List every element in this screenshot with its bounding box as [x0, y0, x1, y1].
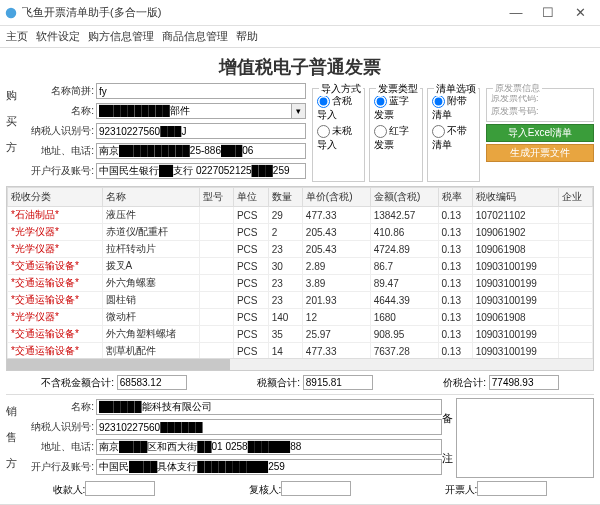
table-cell: 割草机配件: [102, 343, 199, 360]
buyer-addr-input[interactable]: [96, 143, 306, 159]
table-cell: 外六角塑料螺堵: [102, 326, 199, 343]
remark-textarea[interactable]: [456, 398, 594, 478]
table-cell: [558, 326, 592, 343]
table-cell: 205.43: [302, 224, 370, 241]
menu-product[interactable]: 商品信息管理: [162, 29, 228, 44]
col-header[interactable]: 税收分类: [8, 188, 103, 207]
table-cell: 109061902: [472, 224, 558, 241]
table-cell: [558, 224, 592, 241]
table-cell: 205.43: [302, 241, 370, 258]
buyer-name-input[interactable]: [96, 103, 292, 119]
total-tax-label: 税额合计:: [257, 377, 300, 388]
generate-file-button[interactable]: 生成开票文件: [486, 144, 594, 162]
table-cell: 477.33: [302, 207, 370, 224]
list-opt-with[interactable]: 附带清单: [432, 94, 475, 122]
table-cell: [558, 258, 592, 275]
buyer-bank-label: 开户行及账号:: [24, 164, 96, 178]
table-cell: 2.89: [302, 258, 370, 275]
total-notax-value[interactable]: [117, 375, 187, 390]
invoice-type-blue[interactable]: 蓝字发票: [374, 94, 417, 122]
col-header[interactable]: 单价(含税): [302, 188, 370, 207]
seller-addr-input[interactable]: [96, 439, 442, 455]
table-cell: *石油制品*: [8, 207, 103, 224]
table-cell: 107021102: [472, 207, 558, 224]
table-row[interactable]: *交通运输设备*外六角螺塞PCS233.8989.470.13109031001…: [8, 275, 593, 292]
total-gross-value[interactable]: [489, 375, 559, 390]
table-cell: *交通运输设备*: [8, 343, 103, 360]
col-header[interactable]: 型号: [199, 188, 233, 207]
invoice-type-red[interactable]: 红字发票: [374, 124, 417, 152]
issuer-input[interactable]: [477, 481, 547, 496]
seller-addr-label: 地址、电话:: [24, 440, 96, 454]
seller-bank-input[interactable]: [96, 459, 442, 475]
col-header[interactable]: 金额(含税): [370, 188, 438, 207]
table-cell: [199, 241, 233, 258]
table-cell: [199, 275, 233, 292]
table-row[interactable]: *交通运输设备*外六角塑料螺堵PCS3525.97908.950.1310903…: [8, 326, 593, 343]
col-header[interactable]: 名称: [102, 188, 199, 207]
table-row[interactable]: *光学仪器*拉杆转动片PCS23205.434724.890.131090619…: [8, 241, 593, 258]
list-opt-without[interactable]: 不带清单: [432, 124, 475, 152]
buyer-name-dropdown[interactable]: ▾: [292, 103, 306, 119]
seller-taxid-input[interactable]: [96, 419, 442, 435]
table-cell: [199, 292, 233, 309]
table-row[interactable]: *光学仪器*微动杆PCS1401216800.13109061908: [8, 309, 593, 326]
table-cell: *交通运输设备*: [8, 292, 103, 309]
table-cell: 拉杆转动片: [102, 241, 199, 258]
col-header[interactable]: 税收编码: [472, 188, 558, 207]
buyer-taxid-input[interactable]: [96, 123, 306, 139]
menu-home[interactable]: 主页: [6, 29, 28, 44]
maximize-button[interactable]: ☐: [532, 5, 564, 20]
buyer-taxid-label: 纳税人识别号:: [24, 124, 96, 138]
reviewer-input[interactable]: [281, 481, 351, 496]
menu-settings[interactable]: 软件设定: [36, 29, 80, 44]
table-row[interactable]: *交通运输设备*割草机配件PCS14477.337637.280.1310903…: [8, 343, 593, 360]
col-header[interactable]: 企业: [558, 188, 592, 207]
seller-name-input[interactable]: [96, 399, 442, 415]
table-cell: 拨叉A: [102, 258, 199, 275]
table-cell: 4724.89: [370, 241, 438, 258]
menu-help[interactable]: 帮助: [236, 29, 258, 44]
table-row[interactable]: *交通运输设备*圆柱销PCS23201.934644.390.131090310…: [8, 292, 593, 309]
menu-buyer[interactable]: 购方信息管理: [88, 29, 154, 44]
table-cell: [199, 207, 233, 224]
total-tax-value[interactable]: [303, 375, 373, 390]
col-header[interactable]: 税率: [438, 188, 472, 207]
table-cell: 12: [302, 309, 370, 326]
table-row[interactable]: *石油制品*液压件PCS29477.3313842.570.1310702110…: [8, 207, 593, 224]
app-icon: [4, 6, 18, 20]
table-cell: 10903100199: [472, 275, 558, 292]
table-cell: *交通运输设备*: [8, 258, 103, 275]
page-title: 增值税电子普通发票: [6, 52, 594, 82]
table-cell: PCS: [233, 258, 268, 275]
buyer-pinyin-input[interactable]: [96, 83, 306, 99]
horizontal-scrollbar[interactable]: [7, 358, 593, 370]
import-excel-button[interactable]: 导入Excel清单: [486, 124, 594, 142]
buyer-bank-input[interactable]: [96, 163, 306, 179]
import-mode-taxincl[interactable]: 含税导入: [317, 94, 360, 122]
total-gross-label: 价税合计:: [443, 377, 486, 388]
items-table[interactable]: 税收分类名称型号单位数量单价(含税)金额(含税)税率税收编码企业 *石油制品*液…: [7, 187, 593, 371]
buyer-name-label: 名称:: [24, 104, 96, 118]
close-button[interactable]: ✕: [564, 5, 596, 20]
table-cell: 0.13: [438, 326, 472, 343]
table-cell: 109061908: [472, 241, 558, 258]
window-title: 飞鱼开票清单助手(多合一版): [22, 5, 500, 20]
col-header[interactable]: 单位: [233, 188, 268, 207]
menubar: 主页 软件设定 购方信息管理 商品信息管理 帮助: [0, 26, 600, 48]
table-row[interactable]: *交通运输设备*拨叉APCS302.8986.70.1310903100199: [8, 258, 593, 275]
table-cell: 109061908: [472, 309, 558, 326]
table-cell: [558, 275, 592, 292]
table-cell: 2: [268, 224, 302, 241]
table-cell: 23: [268, 241, 302, 258]
minimize-button[interactable]: —: [500, 5, 532, 20]
table-cell: *光学仪器*: [8, 309, 103, 326]
payee-input[interactable]: [85, 481, 155, 496]
import-mode-notax[interactable]: 未税导入: [317, 124, 360, 152]
table-row[interactable]: *光学仪器*赤道仪/配重杆PCS2205.43410.860.131090619…: [8, 224, 593, 241]
table-cell: 35: [268, 326, 302, 343]
table-cell: 微动杆: [102, 309, 199, 326]
table-cell: 29: [268, 207, 302, 224]
table-cell: 0.13: [438, 224, 472, 241]
col-header[interactable]: 数量: [268, 188, 302, 207]
